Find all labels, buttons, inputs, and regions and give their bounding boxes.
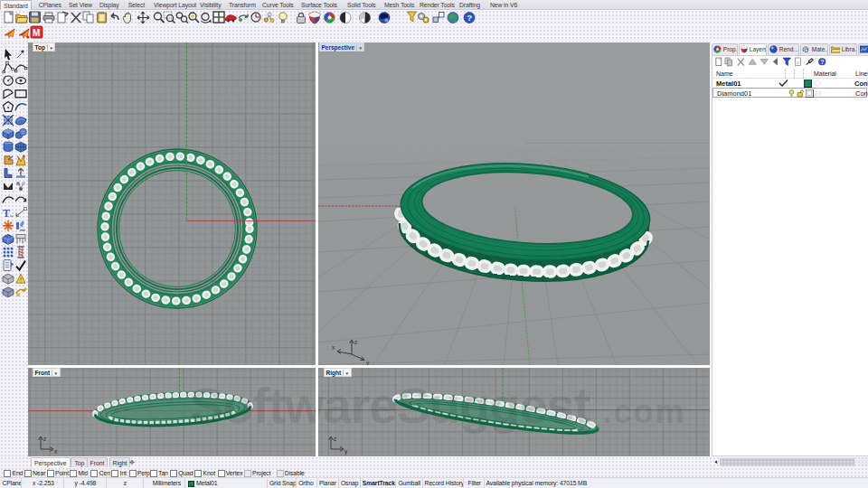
svg-text:?: ? <box>467 14 472 23</box>
svg-text:M: M <box>33 28 40 38</box>
svg-text:y: y <box>344 448 348 455</box>
svg-text:z: z <box>354 339 357 345</box>
svg-text:x: x <box>54 448 58 455</box>
svg-text:z: z <box>43 436 46 442</box>
svg-text:T: T <box>3 207 10 220</box>
svg-text:?: ? <box>821 59 825 65</box>
